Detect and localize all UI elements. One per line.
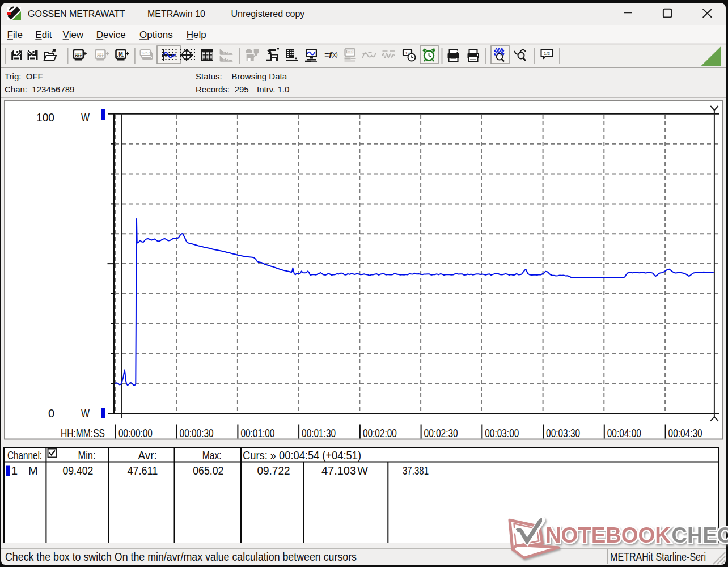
- svg-text:NOTEBOOK: NOTEBOOK: [545, 523, 671, 547]
- svg-text:CHECK: CHECK: [672, 523, 728, 547]
